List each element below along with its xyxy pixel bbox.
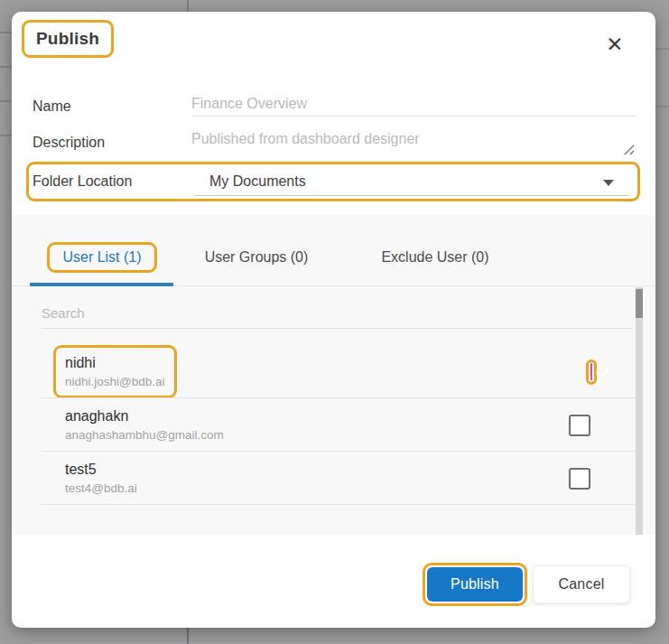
background-gridline: [655, 48, 669, 50]
user-checkbox[interactable]: [569, 415, 590, 436]
chevron-down-icon: [603, 180, 614, 186]
annotation-highlight-title: Publish: [22, 20, 114, 58]
background-gridline: [187, 627, 189, 644]
background-gridline: [187, 0, 189, 12]
user-selection-panel: User List (1) User Groups (0) Exclude Us…: [12, 215, 655, 535]
select-underline: [195, 195, 628, 196]
name-input[interactable]: [191, 92, 636, 117]
background-gridline: [0, 66, 12, 68]
user-row-test5[interactable]: test5 test4@bdb.ai: [12, 452, 655, 505]
user-name: nidhi: [65, 352, 165, 373]
user-list: nidhi nidhi.joshi@bdb.ai anaghakn anagha…: [12, 345, 655, 505]
tab-exclude-user[interactable]: Exclude User (0): [339, 242, 532, 273]
annotation-highlight-folder: Folder Location My Documents: [26, 162, 640, 201]
search-input[interactable]: [42, 302, 632, 329]
dialog-title: Publish: [36, 29, 99, 48]
background-gridline: [0, 135, 12, 136]
user-email: nidhi.joshi@bdb.ai: [65, 373, 165, 391]
publish-dialog: Publish ✕ Name Description Folder Locati…: [12, 12, 655, 628]
background-gridline: [0, 32, 12, 33]
user-email: anaghashambhu@gmail.com: [65, 426, 224, 444]
annotation-highlight-publish: Publish: [423, 563, 527, 606]
folder-location-value: My Documents: [209, 173, 306, 190]
user-checkbox[interactable]: [569, 468, 590, 490]
active-tab-indicator: [30, 283, 173, 286]
description-textarea[interactable]: [191, 127, 636, 158]
folder-location-select[interactable]: My Documents: [195, 164, 628, 199]
close-button[interactable]: ✕: [600, 30, 629, 59]
annotation-highlight-tab: User List (1): [47, 242, 156, 273]
folder-location-label: Folder Location: [33, 173, 132, 190]
user-name: anaghakn: [65, 406, 224, 426]
user-row-nidhi[interactable]: nidhi nidhi.joshi@bdb.ai: [12, 345, 655, 398]
annotation-highlight-checkbox: [586, 359, 597, 385]
tab-user-groups[interactable]: User Groups (0): [174, 242, 339, 273]
tab-user-groups-label: User Groups (0): [205, 249, 309, 265]
scrollbar-thumb[interactable]: [636, 289, 643, 318]
tab-user-list[interactable]: User List (1): [30, 242, 174, 273]
background-gridline: [0, 100, 12, 102]
tab-user-list-label: User List (1): [62, 249, 141, 265]
user-name: test5: [65, 459, 137, 480]
resize-handle-icon[interactable]: [623, 144, 635, 155]
user-checkbox-checked[interactable]: [590, 363, 592, 380]
name-label: Name: [33, 98, 71, 115]
description-label: Description: [33, 135, 105, 151]
scrollbar-track[interactable]: [636, 287, 643, 535]
cancel-button[interactable]: Cancel: [533, 565, 630, 603]
tab-exclude-user-label: Exclude User (0): [381, 249, 488, 265]
user-email: test4@bdb.ai: [65, 480, 137, 498]
user-row-anaghakn[interactable]: anaghakn anaghashambhu@gmail.com: [12, 398, 655, 452]
tab-bar: User List (1) User Groups (0) Exclude Us…: [30, 242, 532, 273]
background-gridline: [655, 106, 669, 107]
publish-button[interactable]: Publish: [427, 567, 523, 602]
annotation-highlight-user: nidhi nidhi.joshi@bdb.ai: [53, 345, 177, 399]
